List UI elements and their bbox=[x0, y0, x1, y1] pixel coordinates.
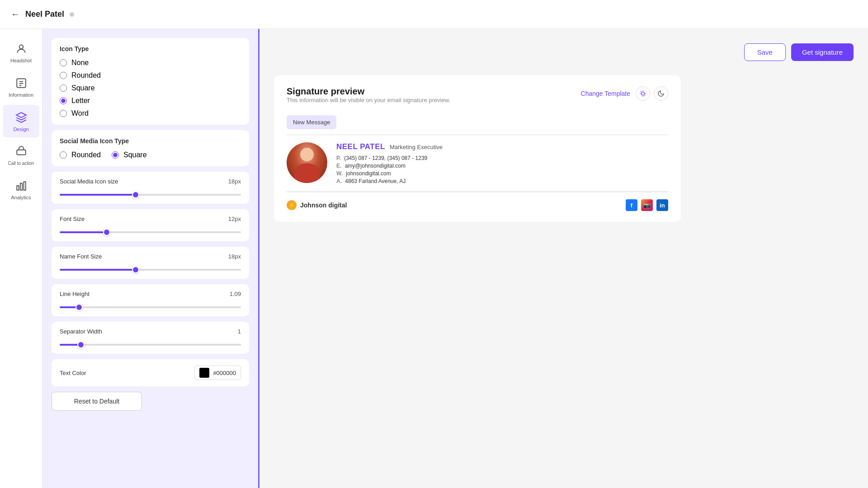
signature-footer: ⚡ Johnson digital f 📷 in bbox=[287, 199, 668, 211]
sidebar-item-call-to-action[interactable]: Call to action bbox=[3, 139, 39, 171]
icon-type-letter[interactable]: Letter bbox=[60, 97, 241, 105]
company-row: ⚡ Johnson digital bbox=[287, 200, 347, 210]
change-template-link[interactable]: Change Template bbox=[581, 90, 630, 97]
signature-info: NEEL PATEL Marketing Executive P. (345) … bbox=[336, 142, 668, 184]
analytics-icon bbox=[14, 178, 28, 193]
website-label: W. bbox=[336, 170, 343, 177]
social-icon-type-section: Social Media Icon Type Rounded Square bbox=[52, 130, 249, 166]
status-dot bbox=[70, 12, 74, 17]
font-size-value: 12px bbox=[228, 216, 241, 222]
name-font-size-section: Name Font Size 18px bbox=[52, 247, 249, 279]
phone-label: P. bbox=[336, 155, 341, 161]
social-icon-size-label: Social Media Icon size bbox=[60, 178, 118, 185]
social-icon-square[interactable]: Square bbox=[112, 151, 147, 159]
social-icon-type-title: Social Media Icon Type bbox=[60, 137, 241, 145]
name-font-size-slider[interactable] bbox=[60, 269, 241, 271]
sig-email-row: E. amy@johnsondigital.com bbox=[336, 163, 668, 169]
svg-rect-1 bbox=[17, 79, 26, 88]
company-icon: ⚡ bbox=[287, 200, 297, 210]
back-button[interactable]: ← bbox=[11, 9, 20, 19]
signature-details: P. (345) 087 - 1239, (345) 087 - 1239 E.… bbox=[336, 155, 668, 184]
icon-type-word[interactable]: Word bbox=[60, 109, 241, 117]
icon-type-radio-group: None Rounded Square Letter Word bbox=[60, 59, 241, 117]
theme-light-button[interactable] bbox=[636, 86, 650, 101]
sig-website: johnsondigital.com bbox=[346, 170, 391, 177]
instagram-icon[interactable]: 📷 bbox=[641, 199, 653, 211]
text-color-section: Text Color #000000 bbox=[52, 359, 249, 386]
social-icon-size-slider[interactable] bbox=[60, 194, 241, 196]
address-label: A. bbox=[336, 178, 342, 184]
font-size-slider[interactable] bbox=[60, 231, 241, 233]
sidebar-item-design[interactable]: Design bbox=[3, 105, 39, 137]
call-to-action-icon bbox=[14, 145, 28, 159]
social-icon-rounded[interactable]: Rounded bbox=[60, 151, 101, 159]
separator-width-slider[interactable] bbox=[60, 344, 241, 346]
signature-preview-title: Signature preview bbox=[287, 86, 450, 97]
reset-button[interactable]: Reset to Default bbox=[52, 392, 142, 411]
font-size-label: Font Size bbox=[60, 216, 85, 222]
icon-type-title: Icon Type bbox=[60, 45, 241, 52]
svg-point-9 bbox=[642, 92, 645, 95]
text-color-picker[interactable]: #000000 bbox=[194, 366, 241, 380]
company-name: Johnson digital bbox=[300, 202, 347, 209]
line-height-section: Line Height 1.09 bbox=[52, 284, 249, 316]
sidebar-item-information[interactable]: Information bbox=[3, 70, 39, 103]
headshot-icon bbox=[14, 42, 28, 56]
signature-main-row: NEEL PATEL Marketing Executive P. (345) … bbox=[287, 142, 668, 184]
get-signature-button[interactable]: Get signature bbox=[791, 43, 854, 61]
icon-type-none[interactable]: None bbox=[60, 59, 241, 67]
sidebar-label-design: Design bbox=[13, 127, 28, 132]
sig-phone: (345) 087 - 1239, (345) 087 - 1239 bbox=[344, 155, 427, 161]
design-panel: Icon Type None Rounded Square Letter Wor… bbox=[42, 29, 259, 488]
text-color-label: Text Color bbox=[60, 370, 86, 376]
design-icon bbox=[14, 110, 28, 125]
new-message-bar: New Message bbox=[287, 115, 336, 129]
signature-job-title: Marketing Executive bbox=[390, 144, 443, 150]
color-swatch[interactable] bbox=[199, 368, 209, 378]
sig-email: amy@johnsondigital.com bbox=[345, 163, 406, 169]
icon-type-rounded[interactable]: Rounded bbox=[60, 71, 241, 80]
content-topbar: Save Get signature bbox=[274, 43, 854, 61]
sidebar-label-analytics: Analytics bbox=[11, 195, 31, 200]
social-icon-size-value: 18px bbox=[228, 178, 241, 185]
svg-line-13 bbox=[645, 95, 645, 96]
color-value: #000000 bbox=[213, 370, 236, 376]
svg-line-12 bbox=[641, 91, 641, 92]
signature-name: NEEL PATEL bbox=[336, 142, 385, 151]
icon-type-square[interactable]: Square bbox=[60, 84, 241, 92]
sig-address-row: A. 4863 Farland Avenue, AJ bbox=[336, 178, 668, 184]
line-height-slider[interactable] bbox=[60, 306, 241, 308]
linkedin-icon[interactable]: in bbox=[656, 199, 668, 211]
line-height-label: Line Height bbox=[60, 291, 90, 297]
svg-rect-8 bbox=[24, 182, 25, 190]
page-title: Neel Patel bbox=[25, 9, 64, 19]
sidebar-item-analytics[interactable]: Analytics bbox=[3, 173, 39, 206]
separator-width-label: Separator Width bbox=[60, 328, 102, 335]
sidebar-item-headshot[interactable]: Headshot bbox=[3, 36, 39, 69]
name-font-size-value: 18px bbox=[228, 253, 241, 260]
separator-width-section: Separator Width 1 bbox=[52, 322, 249, 354]
sidebar-label-headshot: Headshot bbox=[10, 58, 32, 63]
name-font-size-label: Name Font Size bbox=[60, 253, 102, 260]
social-icon-radio-group: Rounded Square bbox=[60, 151, 241, 159]
social-icons: f 📷 in bbox=[626, 199, 668, 211]
signature-preview-card: Signature preview This information will … bbox=[274, 75, 681, 222]
information-icon bbox=[14, 76, 28, 90]
main-layout: Headshot Information Desi bbox=[0, 29, 868, 488]
facebook-icon[interactable]: f bbox=[626, 199, 637, 211]
email-label: E. bbox=[336, 163, 341, 169]
social-icon-size-section: Social Media Icon size 18px bbox=[52, 172, 249, 204]
separator-width-value: 1 bbox=[238, 328, 241, 335]
theme-dark-button[interactable] bbox=[654, 86, 668, 101]
signature-preview-subtitle: This information will be visible on your… bbox=[287, 97, 450, 103]
sidebar-label-information: Information bbox=[9, 92, 33, 98]
line-height-value: 1.09 bbox=[230, 291, 241, 297]
svg-rect-7 bbox=[20, 183, 22, 190]
sig-phone-row: P. (345) 087 - 1239, (345) 087 - 1239 bbox=[336, 155, 668, 161]
sig-website-row: W. johnsondigital.com bbox=[336, 170, 668, 177]
save-button[interactable]: Save bbox=[744, 43, 786, 61]
signature-block: NEEL PATEL Marketing Executive P. (345) … bbox=[287, 135, 668, 211]
avatar bbox=[287, 142, 327, 183]
svg-point-0 bbox=[19, 45, 23, 49]
content-area: Save Get signature Signature preview Thi… bbox=[259, 29, 868, 488]
